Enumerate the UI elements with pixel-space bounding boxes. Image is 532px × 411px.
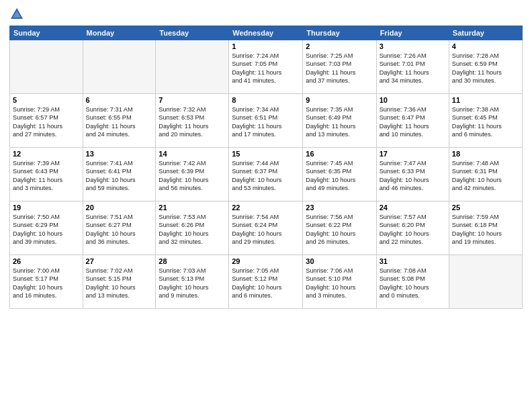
cell-info: Sunrise: 7:36 AMSunset: 6:47 PMDaylight:… (380, 105, 446, 139)
calendar-cell: 29Sunrise: 7:05 AMSunset: 5:12 PMDayligh… (229, 255, 303, 309)
logo (9, 7, 26, 21)
calendar-cell: 25Sunrise: 7:59 AMSunset: 6:18 PMDayligh… (449, 201, 522, 255)
day-number: 17 (380, 150, 446, 158)
calendar-cell: 30Sunrise: 7:06 AMSunset: 5:10 PMDayligh… (303, 255, 376, 309)
calendar-cell: 7Sunrise: 7:32 AMSunset: 6:53 PMDaylight… (156, 94, 229, 148)
calendar-week-2: 12Sunrise: 7:39 AMSunset: 6:43 PMDayligh… (10, 148, 523, 201)
cell-info: Sunrise: 7:45 AMSunset: 6:35 PMDaylight:… (306, 159, 373, 193)
cell-info: Sunrise: 7:41 AMSunset: 6:41 PMDaylight:… (86, 159, 153, 193)
day-number: 14 (159, 150, 226, 158)
cell-info: Sunrise: 7:35 AMSunset: 6:49 PMDaylight:… (306, 105, 373, 139)
cell-info: Sunrise: 7:26 AMSunset: 7:01 PMDaylight:… (380, 52, 446, 85)
day-number: 20 (86, 203, 153, 212)
calendar-cell: 18Sunrise: 7:48 AMSunset: 6:31 PMDayligh… (449, 148, 522, 201)
calendar-week-0: 1Sunrise: 7:24 AMSunset: 7:05 PMDaylight… (10, 40, 523, 94)
day-number: 6 (86, 96, 153, 104)
calendar-cell: 28Sunrise: 7:03 AMSunset: 5:13 PMDayligh… (156, 255, 229, 309)
day-number: 23 (306, 203, 373, 212)
page: SundayMondayTuesdayWednesdayThursdayFrid… (0, 0, 532, 411)
day-number: 30 (306, 257, 373, 265)
calendar-cell: 27Sunrise: 7:02 AMSunset: 5:15 PMDayligh… (83, 255, 156, 309)
cell-info: Sunrise: 7:48 AMSunset: 6:31 PMDaylight:… (452, 159, 519, 193)
calendar-cell: 26Sunrise: 7:00 AMSunset: 5:17 PMDayligh… (10, 255, 83, 309)
calendar-header-thursday: Thursday (303, 26, 376, 40)
calendar-header-wednesday: Wednesday (229, 26, 303, 40)
cell-info: Sunrise: 7:42 AMSunset: 6:39 PMDaylight:… (159, 159, 226, 193)
calendar-cell: 31Sunrise: 7:08 AMSunset: 5:08 PMDayligh… (376, 255, 449, 309)
cell-info: Sunrise: 7:34 AMSunset: 6:51 PMDaylight:… (232, 105, 300, 139)
calendar-cell: 20Sunrise: 7:51 AMSunset: 6:27 PMDayligh… (83, 201, 156, 255)
day-number: 22 (232, 203, 300, 212)
day-number: 8 (232, 96, 300, 104)
calendar-cell: 10Sunrise: 7:36 AMSunset: 6:47 PMDayligh… (376, 94, 449, 148)
cell-info: Sunrise: 7:24 AMSunset: 7:05 PMDaylight:… (232, 52, 300, 85)
day-number: 2 (306, 42, 373, 50)
calendar-cell: 5Sunrise: 7:29 AMSunset: 6:57 PMDaylight… (10, 94, 83, 148)
calendar-cell: 15Sunrise: 7:44 AMSunset: 6:37 PMDayligh… (229, 148, 303, 201)
calendar-header-monday: Monday (83, 26, 156, 40)
calendar-header-saturday: Saturday (449, 26, 522, 40)
cell-info: Sunrise: 7:59 AMSunset: 6:18 PMDaylight:… (452, 213, 519, 246)
day-number: 29 (232, 257, 300, 265)
cell-info: Sunrise: 7:50 AMSunset: 6:29 PMDaylight:… (13, 213, 80, 246)
cell-info: Sunrise: 7:28 AMSunset: 6:59 PMDaylight:… (452, 52, 519, 85)
day-number: 1 (232, 42, 300, 50)
calendar-cell (10, 40, 83, 94)
day-number: 16 (306, 150, 373, 158)
calendar-cell: 13Sunrise: 7:41 AMSunset: 6:41 PMDayligh… (83, 148, 156, 201)
calendar-table: SundayMondayTuesdayWednesdayThursdayFrid… (9, 26, 523, 309)
day-number: 27 (86, 257, 153, 265)
cell-info: Sunrise: 7:25 AMSunset: 7:03 PMDaylight:… (306, 52, 373, 85)
calendar-cell (83, 40, 156, 94)
cell-info: Sunrise: 7:06 AMSunset: 5:10 PMDaylight:… (306, 267, 373, 300)
calendar-cell: 6Sunrise: 7:31 AMSunset: 6:55 PMDaylight… (83, 94, 156, 148)
cell-info: Sunrise: 7:38 AMSunset: 6:45 PMDaylight:… (452, 105, 519, 139)
cell-info: Sunrise: 7:54 AMSunset: 6:24 PMDaylight:… (232, 213, 300, 246)
cell-info: Sunrise: 7:47 AMSunset: 6:33 PMDaylight:… (380, 159, 446, 193)
day-number: 19 (13, 203, 80, 212)
cell-info: Sunrise: 7:32 AMSunset: 6:53 PMDaylight:… (159, 105, 226, 139)
calendar-week-3: 19Sunrise: 7:50 AMSunset: 6:29 PMDayligh… (10, 201, 523, 255)
day-number: 25 (452, 203, 519, 212)
calendar-cell: 19Sunrise: 7:50 AMSunset: 6:29 PMDayligh… (10, 201, 83, 255)
cell-info: Sunrise: 7:53 AMSunset: 6:26 PMDaylight:… (159, 213, 226, 246)
cell-info: Sunrise: 7:00 AMSunset: 5:17 PMDaylight:… (13, 267, 80, 300)
cell-info: Sunrise: 7:05 AMSunset: 5:12 PMDaylight:… (232, 267, 300, 300)
header (9, 7, 523, 21)
calendar-cell (449, 255, 522, 309)
logo-icon (9, 7, 24, 21)
day-number: 24 (380, 203, 446, 212)
day-number: 3 (380, 42, 446, 50)
calendar-week-1: 5Sunrise: 7:29 AMSunset: 6:57 PMDaylight… (10, 94, 523, 148)
day-number: 18 (452, 150, 519, 158)
day-number: 5 (13, 96, 80, 104)
cell-info: Sunrise: 7:29 AMSunset: 6:57 PMDaylight:… (13, 105, 80, 139)
calendar-cell: 16Sunrise: 7:45 AMSunset: 6:35 PMDayligh… (303, 148, 376, 201)
calendar-week-4: 26Sunrise: 7:00 AMSunset: 5:17 PMDayligh… (10, 255, 523, 309)
calendar-cell (156, 40, 229, 94)
cell-info: Sunrise: 7:56 AMSunset: 6:22 PMDaylight:… (306, 213, 373, 246)
calendar-cell: 14Sunrise: 7:42 AMSunset: 6:39 PMDayligh… (156, 148, 229, 201)
day-number: 11 (452, 96, 519, 104)
day-number: 9 (306, 96, 373, 104)
calendar-cell: 11Sunrise: 7:38 AMSunset: 6:45 PMDayligh… (449, 94, 522, 148)
calendar-cell: 24Sunrise: 7:57 AMSunset: 6:20 PMDayligh… (376, 201, 449, 255)
day-number: 21 (159, 203, 226, 212)
cell-info: Sunrise: 7:08 AMSunset: 5:08 PMDaylight:… (380, 267, 446, 300)
calendar-cell: 9Sunrise: 7:35 AMSunset: 6:49 PMDaylight… (303, 94, 376, 148)
day-number: 7 (159, 96, 226, 104)
calendar-cell: 22Sunrise: 7:54 AMSunset: 6:24 PMDayligh… (229, 201, 303, 255)
day-number: 15 (232, 150, 300, 158)
cell-info: Sunrise: 7:57 AMSunset: 6:20 PMDaylight:… (380, 213, 446, 246)
day-number: 12 (13, 150, 80, 158)
calendar-cell: 21Sunrise: 7:53 AMSunset: 6:26 PMDayligh… (156, 201, 229, 255)
day-number: 31 (380, 257, 446, 265)
calendar-header-tuesday: Tuesday (156, 26, 229, 40)
cell-info: Sunrise: 7:03 AMSunset: 5:13 PMDaylight:… (159, 267, 226, 300)
cell-info: Sunrise: 7:39 AMSunset: 6:43 PMDaylight:… (13, 159, 80, 193)
calendar-cell: 12Sunrise: 7:39 AMSunset: 6:43 PMDayligh… (10, 148, 83, 201)
calendar-header-row: SundayMondayTuesdayWednesdayThursdayFrid… (10, 26, 523, 40)
calendar-cell: 8Sunrise: 7:34 AMSunset: 6:51 PMDaylight… (229, 94, 303, 148)
calendar-cell: 23Sunrise: 7:56 AMSunset: 6:22 PMDayligh… (303, 201, 376, 255)
day-number: 10 (380, 96, 446, 104)
